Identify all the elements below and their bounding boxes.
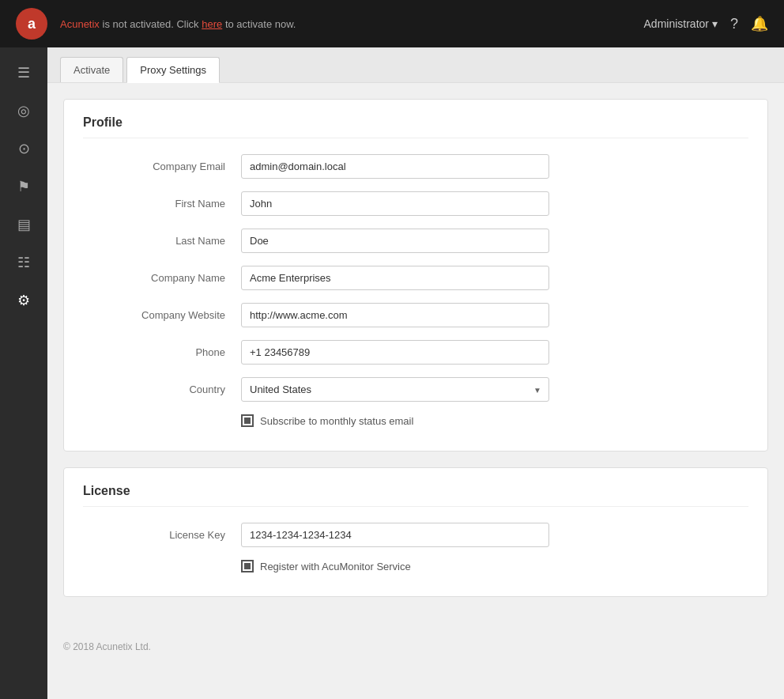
- company-website-row: Company Website: [83, 303, 748, 327]
- help-button[interactable]: ?: [730, 16, 738, 32]
- profile-title: Profile: [83, 115, 748, 138]
- sidebar-item-vulnerabilities[interactable]: ⚑: [6, 169, 41, 204]
- activation-alert: Acunetix is not activated. Click here to…: [60, 18, 296, 30]
- phone-label: Phone: [83, 346, 241, 358]
- activate-link[interactable]: here: [202, 18, 222, 30]
- company-email-row: Company Email: [83, 154, 748, 179]
- last-name-row: Last Name: [83, 229, 748, 253]
- last-name-input[interactable]: [241, 229, 549, 253]
- license-key-input[interactable]: [241, 523, 549, 547]
- register-label: Register with AcuMonitor Service: [260, 561, 411, 572]
- first-name-row: First Name: [83, 191, 748, 216]
- alert-prefix: is not activated. Click: [103, 18, 202, 30]
- footer-text: © 2018 Acunetix Ltd.: [63, 641, 151, 652]
- footer: © 2018 Acunetix Ltd.: [47, 629, 784, 665]
- content-area: Profile Company Email First Name Last Na…: [47, 83, 784, 629]
- sidebar-item-targets[interactable]: ⊙: [6, 131, 41, 166]
- layout: ☰ ◎ ⊙ ⚑ ▤ ☷ ⚙ Activate Proxy Settings Pr…: [0, 47, 784, 699]
- alert-suffix: to activate now.: [225, 18, 296, 30]
- notifications-button[interactable]: 🔔: [751, 15, 768, 32]
- admin-menu-button[interactable]: Administrator ▾: [644, 17, 718, 30]
- license-title: License: [83, 484, 748, 507]
- tabs-bar: Activate Proxy Settings: [47, 47, 784, 83]
- company-name-row: Company Name: [83, 266, 748, 290]
- app-logo: a: [16, 8, 47, 40]
- license-card: License License Key Register with AcuMon…: [63, 467, 768, 597]
- brand-name: Acunetix: [60, 18, 100, 30]
- topbar-right: Administrator ▾ ? 🔔: [644, 15, 768, 32]
- register-row: Register with AcuMonitor Service: [241, 560, 748, 572]
- first-name-input[interactable]: [241, 191, 549, 216]
- company-website-label: Company Website: [83, 309, 241, 321]
- phone-input[interactable]: [241, 340, 549, 365]
- country-select-wrapper: United States: [241, 377, 549, 402]
- company-name-label: Company Name: [83, 272, 241, 284]
- license-key-label: License Key: [83, 529, 241, 541]
- company-name-input[interactable]: [241, 266, 549, 290]
- topbar: a Acunetix is not activated. Click here …: [0, 0, 784, 47]
- main-content: Activate Proxy Settings Profile Company …: [47, 47, 784, 699]
- subscribe-label: Subscribe to monthly status email: [260, 415, 413, 427]
- last-name-label: Last Name: [83, 235, 241, 247]
- company-website-input[interactable]: [241, 303, 549, 327]
- profile-card: Profile Company Email First Name Last Na…: [63, 99, 768, 452]
- country-select[interactable]: United States: [241, 377, 549, 402]
- sidebar-item-scans[interactable]: ☷: [6, 245, 41, 280]
- sidebar-item-dashboard[interactable]: ◎: [6, 93, 41, 128]
- country-label: Country: [83, 384, 241, 395]
- register-checkbox[interactable]: [241, 560, 254, 572]
- phone-row: Phone: [83, 340, 748, 365]
- sidebar-item-reports[interactable]: ▤: [6, 207, 41, 242]
- tab-proxy-settings[interactable]: Proxy Settings: [126, 57, 220, 83]
- sidebar-item-menu[interactable]: ☰: [6, 55, 41, 90]
- country-row: Country United States: [83, 377, 748, 402]
- subscribe-row: Subscribe to monthly status email: [241, 414, 748, 427]
- company-email-input[interactable]: [241, 154, 549, 179]
- first-name-label: First Name: [83, 198, 241, 210]
- sidebar-item-settings[interactable]: ⚙: [6, 283, 41, 318]
- tab-activate[interactable]: Activate: [60, 57, 123, 82]
- license-key-row: License Key: [83, 523, 748, 547]
- sidebar: ☰ ◎ ⊙ ⚑ ▤ ☷ ⚙: [0, 47, 47, 699]
- company-email-label: Company Email: [83, 161, 241, 172]
- subscribe-checkbox[interactable]: [241, 414, 254, 427]
